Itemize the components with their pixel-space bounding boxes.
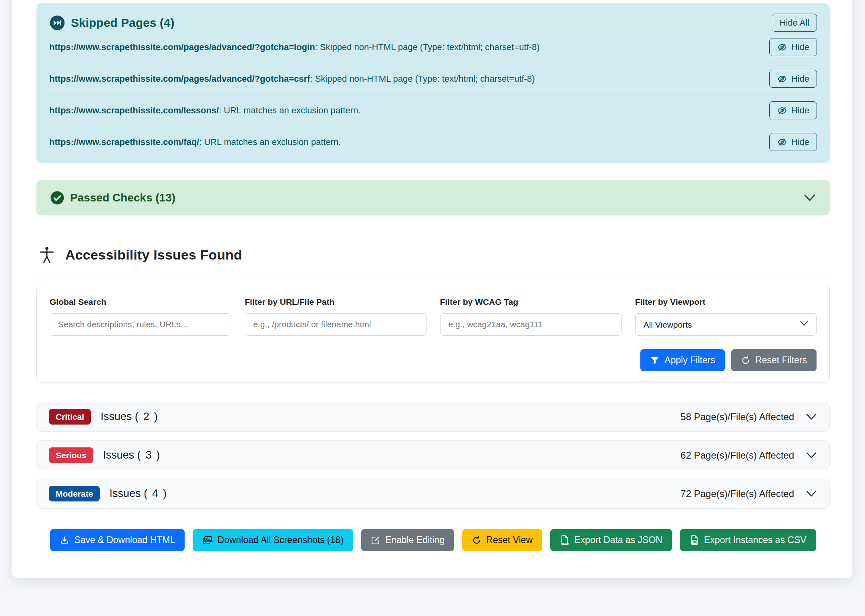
skipped-pages-title: Skipped Pages (4) — [71, 16, 174, 30]
url-filter-label: Filter by URL/File Path — [245, 297, 426, 307]
skipped-page-row: https://www.scrapethissite.com/faq/: URL… — [49, 126, 817, 157]
eye-slash-icon — [777, 42, 787, 52]
enable-editing-label: Enable Editing — [385, 535, 445, 546]
skipped-page-text: https://www.scrapethissite.com/faq/: URL… — [49, 137, 341, 147]
chevron-down-icon — [805, 413, 817, 421]
export-json-button[interactable]: JSON Export Data as JSON — [550, 529, 672, 551]
severity-badge: Critical — [49, 409, 91, 425]
issues-count-text: Issues (4) — [109, 487, 167, 500]
skipped-pages-panel: Skipped Pages (4) Hide All https://www.s… — [36, 3, 830, 163]
hide-button-label: Hide — [791, 42, 809, 52]
eye-slash-icon — [777, 105, 787, 116]
severity-group-serious[interactable]: Serious Issues (3) 62 Page(s)/File(s) Af… — [36, 440, 830, 470]
hide-button-label: Hide — [791, 74, 809, 84]
hide-all-button[interactable]: Hide All — [772, 14, 817, 32]
skipped-page-url: https://www.scrapethissite.com/faq/ — [49, 137, 199, 147]
wcag-filter-label: Filter by WCAG Tag — [440, 297, 622, 307]
skipped-page-text: https://www.scrapethissite.com/lessons/:… — [49, 105, 360, 116]
skipped-page-reason: : Skipped non-HTML page (Type: text/html… — [310, 74, 535, 84]
export-csv-button[interactable]: Export Instances as CSV — [680, 529, 816, 551]
severity-group-moderate[interactable]: Moderate Issues (4) 72 Page(s)/File(s) A… — [36, 479, 830, 509]
download-icon — [60, 535, 69, 545]
eye-slash-icon — [777, 74, 787, 84]
pencil-square-icon — [371, 535, 380, 545]
issues-count-text: Issues (3) — [103, 449, 160, 461]
file-spreadsheet-icon — [690, 535, 699, 546]
svg-text:JSON: JSON — [561, 543, 569, 546]
download-screenshots-button[interactable]: Download All Screenshots (18) — [193, 529, 353, 551]
affected-count-text: 62 Page(s)/File(s) Affected — [680, 450, 794, 461]
issues-section-title: Accessibility Issues Found — [65, 247, 242, 263]
apply-filters-button[interactable]: Apply Filters — [640, 349, 725, 371]
skip-forward-circle-icon — [49, 15, 65, 31]
affected-count-text: 72 Page(s)/File(s) Affected — [680, 488, 794, 499]
skipped-page-text: https://www.scrapethissite.com/pages/adv… — [49, 42, 540, 52]
hide-button[interactable]: Hide — [769, 133, 817, 151]
skipped-page-url: https://www.scrapethissite.com/pages/adv… — [49, 42, 315, 52]
skipped-page-row: https://www.scrapethissite.com/pages/adv… — [49, 32, 817, 62]
report-card: Skipped Pages (4) Hide All https://www.s… — [12, 0, 852, 578]
hide-button[interactable]: Hide — [769, 101, 817, 119]
severity-group-critical[interactable]: Critical Issues (2) 58 Page(s)/File(s) A… — [36, 402, 830, 432]
skipped-page-text: https://www.scrapethissite.com/pages/adv… — [49, 74, 535, 84]
save-download-html-label: Save & Download HTML — [74, 535, 175, 546]
reset-filters-button[interactable]: Reset Filters — [731, 349, 817, 371]
eye-slash-icon — [777, 137, 787, 147]
check-circle-icon — [50, 191, 64, 205]
passed-checks-title: Passed Checks (13) — [70, 191, 175, 204]
passed-checks-panel[interactable]: Passed Checks (13) — [36, 180, 830, 215]
skipped-page-reason: : Skipped non-HTML page (Type: text/html… — [315, 42, 540, 52]
skipped-page-reason: : URL matches an exclusion pattern. — [199, 137, 341, 147]
reset-icon — [741, 356, 750, 365]
hide-button[interactable]: Hide — [769, 38, 817, 56]
global-search-input[interactable] — [50, 313, 231, 336]
hide-button-label: Hide — [791, 105, 809, 116]
skipped-page-url: https://www.scrapethissite.com/pages/adv… — [49, 74, 310, 84]
hide-button-label: Hide — [791, 137, 809, 147]
hide-button[interactable]: Hide — [769, 70, 817, 88]
section-divider — [36, 274, 830, 274]
viewport-select[interactable]: All Viewports — [635, 313, 817, 336]
skipped-page-row: https://www.scrapethissite.com/pages/adv… — [49, 62, 817, 94]
reset-view-label: Reset View — [486, 535, 533, 546]
severity-badge: Moderate — [49, 486, 100, 501]
export-json-label: Export Data as JSON — [574, 535, 662, 546]
reset-filters-label: Reset Filters — [755, 355, 807, 366]
severity-badge: Serious — [49, 447, 93, 463]
filters-panel: Global Search Filter by URL/File Path Fi… — [36, 285, 830, 383]
apply-filters-label: Apply Filters — [664, 355, 715, 366]
url-filter-input[interactable] — [245, 313, 426, 336]
accessibility-icon — [39, 246, 55, 264]
chevron-down-icon — [805, 451, 817, 459]
reset-icon — [472, 535, 481, 545]
chevron-down-icon — [803, 193, 816, 202]
issues-count-text: Issues (2) — [101, 411, 158, 423]
save-download-html-button[interactable]: Save & Download HTML — [50, 529, 185, 551]
skipped-page-reason: : URL matches an exclusion pattern. — [219, 105, 360, 115]
reset-view-button[interactable]: Reset View — [462, 529, 542, 551]
skipped-page-url: https://www.scrapethissite.com/lessons/ — [49, 105, 219, 115]
viewport-filter-label: Filter by Viewport — [635, 297, 817, 307]
download-screenshots-label: Download All Screenshots (18) — [217, 535, 344, 546]
chevron-down-icon — [805, 490, 817, 498]
affected-count-text: 58 Page(s)/File(s) Affected — [680, 411, 794, 423]
skipped-page-row: https://www.scrapethissite.com/lessons/:… — [49, 94, 817, 126]
file-json-icon: JSON — [560, 535, 569, 546]
wcag-filter-input[interactable] — [440, 313, 622, 336]
funnel-icon — [650, 356, 660, 365]
export-csv-label: Export Instances as CSV — [704, 535, 807, 546]
enable-editing-button[interactable]: Enable Editing — [361, 529, 454, 551]
global-search-label: Global Search — [50, 297, 231, 307]
images-icon — [202, 535, 213, 545]
